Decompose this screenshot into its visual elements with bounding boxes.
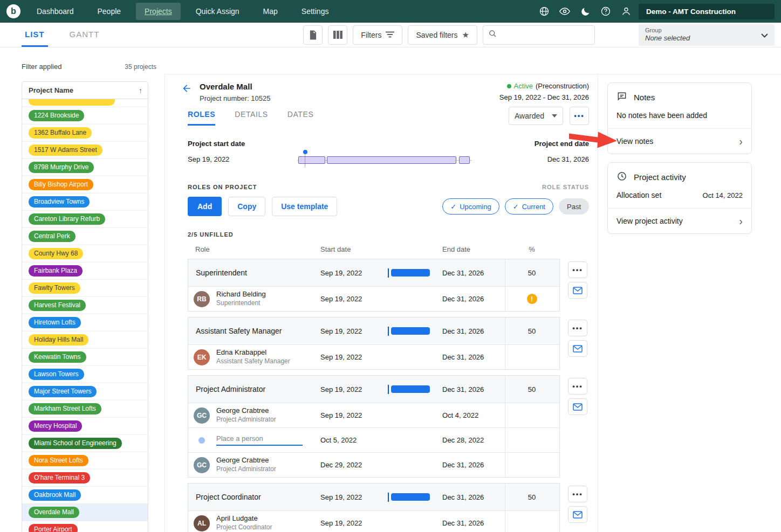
group-dropdown[interactable]: Group None selected <box>639 24 775 46</box>
role-allocation-bar <box>385 259 435 286</box>
role-name: Project Administrator <box>188 376 313 403</box>
app-logo-icon[interactable]: b <box>6 4 20 18</box>
project-row[interactable]: Fawlty Towers <box>22 280 148 297</box>
role-row[interactable]: SuperintendentSep 19, 2022Dec 31, 202650 <box>188 259 559 286</box>
person-row[interactable]: ALApril LudgateProject CoordinatorSep 19… <box>188 510 559 532</box>
chip-current[interactable]: ✓Current <box>505 198 553 215</box>
project-name-column-header[interactable]: Project Name ↑ <box>22 82 148 99</box>
role-row[interactable]: Project CoordinatorSep 19, 2022Dec 31, 2… <box>188 483 559 510</box>
person-end-date: Dec 31, 2026 <box>435 287 505 311</box>
project-detail-main: Overdale Mall Project number: 10525 Acti… <box>165 74 598 532</box>
person-row[interactable]: GCGeorge CrabtreeProject AdministratorDe… <box>188 452 559 477</box>
role-more-button[interactable]: ••• <box>568 378 587 395</box>
person-start-date: Sep 19, 2022 <box>313 345 385 369</box>
project-row[interactable]: Fairbank Plaza <box>22 262 148 280</box>
person-row[interactable]: Place a personOct 5, 2022Dec 28, 2022 <box>188 427 559 452</box>
saved-filters-button[interactable]: Saved filters ★ <box>408 25 477 45</box>
nav-item-dashboard[interactable]: Dashboard <box>28 3 83 20</box>
tab-details[interactable]: DETAILS <box>235 110 268 126</box>
project-timeline-bar[interactable] <box>297 151 472 171</box>
project-row[interactable]: Porter Airport <box>22 521 148 532</box>
back-arrow-button[interactable] <box>181 83 192 95</box>
project-row[interactable]: 1224 Brookside <box>22 107 148 125</box>
saved-filters-label: Saved filters <box>416 31 457 39</box>
person-status-cell: ! <box>505 287 558 311</box>
project-row[interactable]: 1517 W Adams Street <box>22 142 148 159</box>
project-row[interactable]: Central Perk <box>22 228 148 245</box>
project-row[interactable]: O'hare Terminal 3 <box>22 469 148 487</box>
project-title: Overdale Mall <box>200 82 271 91</box>
project-row[interactable] <box>22 99 148 107</box>
project-row[interactable]: Harvest Festival <box>22 297 148 314</box>
project-row[interactable]: 8798 Murphy Drive <box>22 159 148 176</box>
export-document-button[interactable] <box>303 25 323 45</box>
help-icon[interactable] <box>598 3 614 19</box>
chip-upcoming[interactable]: ✓Upcoming <box>442 198 499 215</box>
role-row[interactable]: Assistant Safety ManagerSep 19, 2022Dec … <box>188 317 559 344</box>
person-row[interactable]: EKEdna KrabappelAssistant Safety Manager… <box>188 344 559 369</box>
role-start-date: Sep 19, 2022 <box>313 259 385 286</box>
project-row[interactable]: 1362 Buffalo Lane <box>22 125 148 142</box>
person-row[interactable]: RBRichard BeldingSuperintendentSep 19, 2… <box>188 286 559 311</box>
search-box[interactable] <box>483 25 595 45</box>
project-row[interactable]: Miami School of Engineering <box>22 435 148 452</box>
role-more-button[interactable]: ••• <box>568 486 587 502</box>
eye-icon[interactable] <box>557 3 573 19</box>
project-pill: Holiday Hills Mall <box>29 334 88 346</box>
account-selector[interactable]: Demo - AMT Construction <box>639 4 775 19</box>
project-row[interactable]: Overdale Mall <box>22 504 148 521</box>
dark-mode-moon-icon[interactable] <box>577 3 593 19</box>
project-row[interactable]: Mercy Hospital <box>22 418 148 435</box>
add-role-button[interactable]: Add <box>188 197 222 216</box>
sort-ascending-icon[interactable]: ↑ <box>139 86 142 95</box>
project-row[interactable]: Lawson Towers <box>22 366 148 383</box>
nav-item-projects[interactable]: Projects <box>136 3 181 20</box>
columns-button[interactable] <box>328 25 347 45</box>
project-row[interactable]: Oakbrook Mall <box>22 487 148 504</box>
project-pill <box>29 99 115 106</box>
role-email-button[interactable] <box>568 398 587 415</box>
project-row[interactable]: Careton Library Refurb <box>22 211 148 228</box>
view-tab-gantt[interactable]: GANTT <box>66 23 103 47</box>
tab-dates[interactable]: DATES <box>287 110 314 126</box>
role-email-button[interactable] <box>568 506 587 523</box>
use-template-button[interactable]: Use template <box>272 197 337 216</box>
project-row[interactable]: County Hwy 68 <box>22 245 148 262</box>
nav-item-people[interactable]: People <box>89 3 130 20</box>
chip-past[interactable]: Past <box>559 198 589 215</box>
nav-item-quick-assign[interactable]: Quick Assign <box>187 3 248 20</box>
role-more-button[interactable]: ••• <box>568 320 587 336</box>
project-row[interactable]: Nora Street Lofts <box>22 452 148 469</box>
nav-item-settings[interactable]: Settings <box>293 3 338 20</box>
view-project-activity-link[interactable]: View project activity › <box>608 208 751 233</box>
tab-roles[interactable]: ROLES <box>188 110 215 126</box>
project-row[interactable]: Hiretown Lofts <box>22 314 148 331</box>
project-row[interactable]: Markham Street Lofts <box>22 400 148 418</box>
filters-button[interactable]: Filters <box>353 25 402 45</box>
awarded-dropdown[interactable]: Awarded <box>509 107 563 125</box>
project-row[interactable]: Broadview Towns <box>22 194 148 211</box>
project-row[interactable]: Holiday Hills Mall <box>22 331 148 349</box>
person-title: Project Coordinator <box>216 523 272 532</box>
check-icon: ✓ <box>513 203 519 211</box>
nav-item-map[interactable]: Map <box>255 3 286 20</box>
project-row[interactable]: Major Street Towers <box>22 383 148 400</box>
globe-icon[interactable] <box>536 3 552 19</box>
view-tab-list[interactable]: LIST <box>22 23 48 47</box>
role-email-button[interactable] <box>568 340 587 357</box>
user-icon[interactable] <box>618 3 634 19</box>
project-more-button[interactable]: ••• <box>570 107 589 125</box>
place-person-input[interactable]: Place a person <box>216 434 303 446</box>
role-name: Assistant Safety Manager <box>188 317 313 344</box>
role-percent: 50 <box>505 376 558 403</box>
role-email-button[interactable] <box>568 282 587 299</box>
person-row[interactable]: GCGeorge CrabtreeProject AdministratorSe… <box>188 403 559 427</box>
role-more-button[interactable]: ••• <box>568 261 587 278</box>
copy-button[interactable]: Copy <box>228 197 265 216</box>
project-row[interactable]: Billy Bishop Airport <box>22 176 148 194</box>
search-input[interactable] <box>501 31 589 39</box>
role-row[interactable]: Project AdministratorSep 19, 2022Dec 31,… <box>188 376 559 403</box>
project-row[interactable]: Keewatin Towns <box>22 349 148 366</box>
view-notes-link[interactable]: View notes › <box>608 128 751 154</box>
role-group: Assistant Safety ManagerSep 19, 2022Dec … <box>188 317 589 370</box>
